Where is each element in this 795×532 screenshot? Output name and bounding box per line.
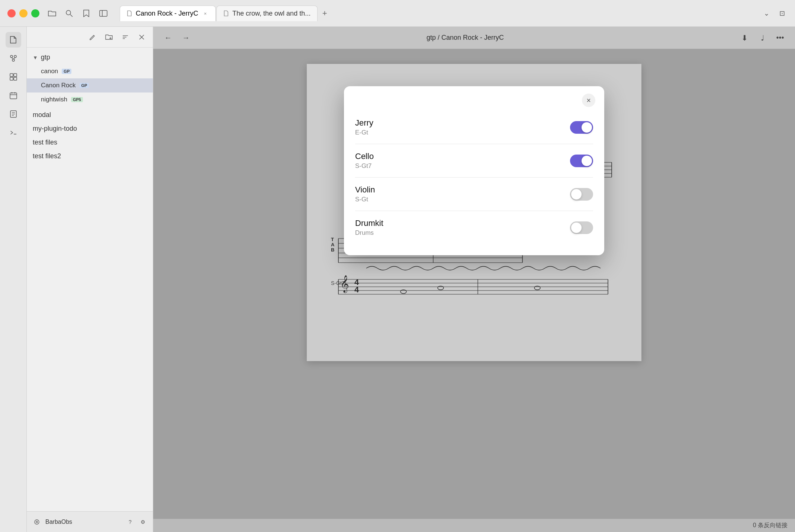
modal-close-button[interactable]: × (582, 94, 595, 107)
sidebar-item-files[interactable] (6, 32, 21, 48)
svg-rect-9 (10, 74, 13, 77)
svg-point-29 (35, 520, 39, 524)
sidebar-item-git[interactable] (6, 51, 21, 66)
sidebar-item-terminal[interactable] (6, 125, 21, 140)
track-type-drumkit: Drums (355, 229, 570, 237)
traffic-lights (7, 9, 39, 17)
file-name: nightwish (41, 96, 67, 103)
modal-overlay: × Jerry E-Gt (153, 27, 795, 532)
modal-header: × (344, 86, 604, 111)
minimize-button[interactable] (19, 9, 28, 17)
tab-label: Canon Rock - JerryC (136, 10, 198, 17)
track-name-jerry: Jerry (355, 118, 570, 128)
track-name-drumkit: Drumkit (355, 218, 570, 228)
file-panel-toolbar (27, 27, 153, 48)
svg-rect-11 (10, 77, 13, 80)
tree-folder-gtp[interactable]: ▼ gtp (27, 51, 153, 64)
maximize-button[interactable] (31, 9, 39, 17)
badge-gp: GP (62, 69, 71, 74)
folder-label: modal (33, 111, 51, 119)
toggle-cello[interactable] (570, 155, 593, 167)
track-item-drumkit: Drumkit Drums (355, 211, 593, 244)
workspace-icon (33, 518, 41, 526)
tree-folder-plugin[interactable]: my-plugin-todo (27, 122, 153, 136)
tree-item-canon[interactable]: canon GP (27, 64, 153, 78)
toggle-thumb-violin (571, 189, 582, 200)
titlebar: Canon Rock - JerryC × The crow, the owl … (0, 0, 795, 27)
toggle-jerry[interactable] (570, 121, 593, 134)
tab-canon-rock[interactable]: Canon Rock - JerryC × (120, 6, 216, 21)
svg-line-1 (70, 14, 73, 17)
file-name: Canon Rock (41, 82, 76, 89)
track-type-cello: S-Gt7 (355, 162, 570, 170)
svg-point-5 (14, 55, 16, 58)
new-folder-button[interactable] (104, 32, 114, 42)
track-info-violin: Violin S-Gt (355, 185, 570, 203)
toggle-thumb-jerry (582, 122, 592, 133)
help-button[interactable]: ? (126, 518, 134, 526)
tab-list-button[interactable]: ⌄ (761, 8, 772, 19)
tree-folder-modal[interactable]: modal (27, 108, 153, 122)
tabs-bar: Canon Rock - JerryC × The crow, the owl … (120, 6, 788, 21)
close-button[interactable] (7, 9, 16, 17)
file-tree: ▼ gtp canon GP Canon Rock GP nightwish G… (27, 48, 153, 511)
sidebar-icons (0, 27, 27, 532)
sidebar-item-plugins[interactable] (6, 69, 21, 85)
toggle-thumb-drumkit (571, 223, 582, 233)
workspace-name: BarbaObs (45, 519, 72, 525)
sort-button[interactable] (120, 32, 131, 42)
file-name: canon (41, 68, 58, 75)
main-layout: ▼ gtp canon GP Canon Rock GP nightwish G… (0, 27, 795, 532)
svg-line-7 (12, 58, 13, 59)
svg-rect-12 (14, 77, 17, 80)
tree-folder-test2[interactable]: test files2 (27, 149, 153, 163)
track-info-jerry: Jerry E-Gt (355, 118, 570, 136)
folder-label: test files2 (33, 152, 61, 160)
tab-overflow-controls: ⌄ ⊡ (761, 8, 788, 19)
track-type-violin: S-Gt (355, 196, 570, 203)
tab-crow[interactable]: The crow, the owl and th... (216, 6, 318, 21)
tree-folder-test[interactable]: test files (27, 136, 153, 149)
search-icon[interactable] (64, 8, 74, 19)
track-name-violin: Violin (355, 185, 570, 195)
tab-file-icon (127, 10, 132, 16)
settings-button[interactable]: ⚙ (139, 518, 147, 526)
chevron-down-icon: ▼ (33, 55, 38, 61)
folder-icon[interactable] (47, 8, 57, 19)
sidebar-item-calendar[interactable] (6, 88, 21, 103)
sidebar-item-notes[interactable] (6, 106, 21, 122)
toggle-drumkit[interactable] (570, 221, 593, 234)
track-info-drumkit: Drumkit Drums (355, 218, 570, 237)
bookmark-icon[interactable] (81, 8, 91, 19)
close-panel-button[interactable] (136, 32, 147, 42)
tree-item-nightwish[interactable]: nightwish GP5 (27, 93, 153, 107)
edit-button[interactable] (87, 32, 98, 42)
track-type-jerry: E-Gt (355, 129, 570, 136)
svg-point-30 (36, 521, 38, 523)
app-window: Canon Rock - JerryC × The crow, the owl … (0, 0, 795, 532)
toggle-violin[interactable] (570, 188, 593, 201)
titlebar-icons (47, 8, 109, 19)
svg-rect-2 (100, 10, 107, 16)
svg-line-8 (13, 58, 15, 59)
folder-label: test files (33, 139, 57, 146)
content-area: ← → gtp / Canon Rock - JerryC ⬇ ♩ ••• Ca… (153, 27, 795, 532)
tree-item-canon-rock[interactable]: Canon Rock GP (27, 78, 153, 93)
new-tab-button[interactable]: + (318, 7, 331, 20)
split-view-button[interactable]: ⊡ (776, 8, 788, 19)
track-item-cello: Cello S-Gt7 (355, 144, 593, 178)
track-item-violin: Violin S-Gt (355, 178, 593, 211)
track-item-jerry: Jerry E-Gt (355, 111, 593, 144)
toggle-thumb-cello (582, 156, 592, 166)
svg-rect-10 (14, 74, 17, 77)
bottom-bar: BarbaObs ? ⚙ (27, 511, 153, 532)
badge-gp: GP (80, 83, 89, 88)
svg-point-0 (66, 10, 71, 15)
tab-close-button[interactable]: × (202, 10, 209, 17)
svg-rect-13 (10, 93, 17, 99)
modal-body: Jerry E-Gt Cello S-Gt7 (344, 111, 604, 255)
track-selector-modal: × Jerry E-Gt (344, 86, 604, 255)
sidebar-toggle-icon[interactable] (98, 8, 109, 19)
tab-file-icon-2 (223, 10, 229, 16)
close-icon: × (586, 96, 591, 105)
